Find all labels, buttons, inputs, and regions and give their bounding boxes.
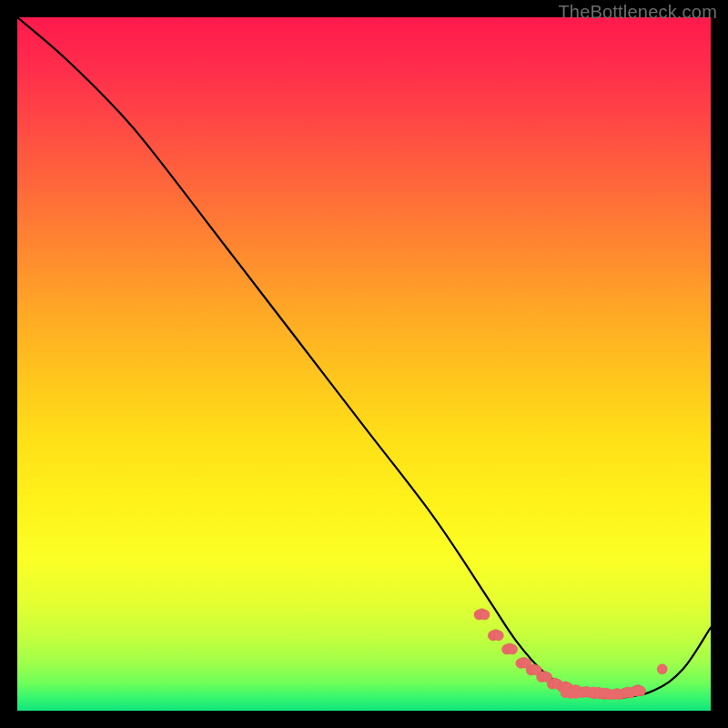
- chart-marker: [632, 687, 642, 696]
- chart-svg: [17, 17, 711, 711]
- chart-marker: [480, 610, 490, 620]
- chart-area: [17, 17, 711, 711]
- chart-marker: [657, 664, 667, 674]
- watermark: TheBottleneck.com: [558, 2, 717, 23]
- chart-curve: [17, 17, 711, 698]
- chart-marker: [508, 644, 518, 654]
- chart-marker: [493, 631, 503, 641]
